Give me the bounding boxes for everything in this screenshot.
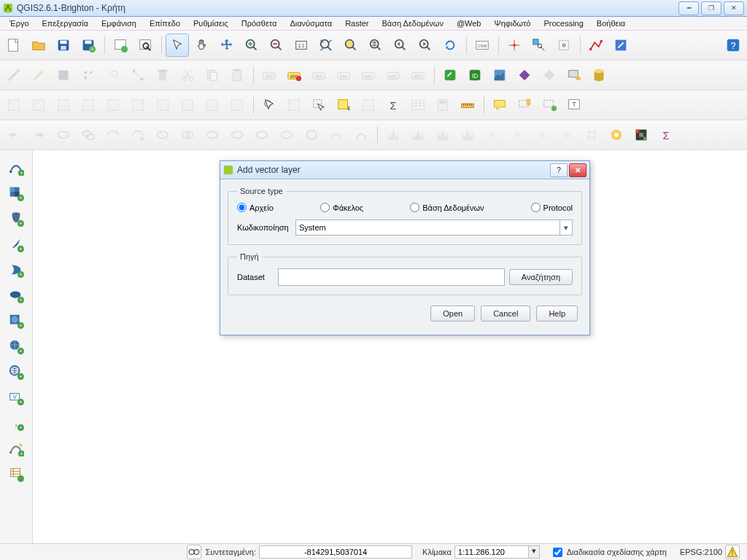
row3-1-icon[interactable] <box>2 93 26 117</box>
zoom-native-icon[interactable]: 1:1 <box>290 34 313 57</box>
digitizing-line-icon[interactable] <box>584 34 608 57</box>
menu-database[interactable]: Βάση Δεδομένων <box>376 18 450 29</box>
add-mssql-icon[interactable]: + <box>2 257 30 282</box>
label-highlight-icon[interactable]: abc <box>282 63 306 87</box>
open-button[interactable]: Open <box>430 306 475 322</box>
row3-2-icon[interactable] <box>27 93 50 117</box>
menu-project[interactable]: Έργο <box>3 18 36 29</box>
row3-7-icon[interactable] <box>151 93 174 117</box>
sun-1-icon[interactable] <box>481 123 504 147</box>
epsg-label[interactable]: EPSG:2100 <box>677 548 725 556</box>
expression-icon[interactable]: Σ <box>382 93 405 117</box>
select-by-expr-icon[interactable]: ε <box>332 93 355 117</box>
plugin-purple-icon[interactable] <box>513 63 536 87</box>
text-annotation-icon[interactable]: T <box>562 93 586 117</box>
pan-to-selection-icon[interactable] <box>215 34 239 57</box>
render-checkbox[interactable]: Διαδικασία σχεδίασης χάρτη <box>550 545 667 559</box>
menu-plugins[interactable]: Πρόσθετα <box>235 18 284 29</box>
scale-dropdown-icon[interactable]: ▾ <box>528 545 540 559</box>
help-icon[interactable]: ? <box>721 34 745 57</box>
add-csv-icon[interactable]: ,+ <box>2 411 30 435</box>
menu-layer[interactable]: Επίπεδο <box>143 18 187 29</box>
zoom-selection-icon[interactable] <box>339 34 363 57</box>
add-wms-icon[interactable]: + <box>2 308 30 333</box>
add-feature-icon[interactable] <box>77 63 100 87</box>
zoom-full-icon[interactable] <box>314 34 338 57</box>
save-project-icon[interactable] <box>52 34 75 57</box>
dataset-input[interactable] <box>278 268 505 286</box>
plugin-grey-icon[interactable] <box>538 63 561 87</box>
sun-4-icon[interactable] <box>555 123 578 147</box>
plugin-db-layer-icon[interactable] <box>562 63 586 87</box>
sigma-icon[interactable]: Σ <box>654 123 678 147</box>
new-shapefile-icon[interactable]: + <box>2 436 30 461</box>
maximize-button[interactable]: ❐ <box>701 1 721 15</box>
label-rotate-icon[interactable]: abc <box>382 63 405 87</box>
draw-line-icon[interactable] <box>2 63 26 87</box>
zoom-last-icon[interactable] <box>389 34 412 57</box>
browse-button[interactable]: Αναζήτηση <box>509 269 573 285</box>
georef-icon[interactable] <box>503 34 526 57</box>
label-move-icon[interactable]: abc <box>357 63 380 87</box>
hist-2-icon[interactable] <box>406 123 430 147</box>
cut-icon[interactable] <box>176 63 199 87</box>
hist-1-icon[interactable] <box>382 123 405 147</box>
save-as-icon[interactable]: + <box>77 34 100 57</box>
geom-5-icon[interactable] <box>151 123 174 147</box>
pencil-icon[interactable] <box>27 63 50 87</box>
delete-icon[interactable] <box>151 63 174 87</box>
digitize-icon[interactable] <box>527 34 551 57</box>
vector-edit-icon[interactable] <box>609 34 632 57</box>
radio-protocol[interactable]: Protocol <box>531 203 573 212</box>
redo-icon[interactable] <box>27 123 50 147</box>
geom-9-icon[interactable] <box>250 123 274 147</box>
dialog-help-button[interactable]: ? <box>550 163 568 177</box>
minimize-button[interactable]: ━ <box>678 1 699 15</box>
sun-3-icon[interactable] <box>530 123 554 147</box>
label-change-icon[interactable]: abc <box>406 63 430 87</box>
zoom-next-icon[interactable] <box>414 34 437 57</box>
deselect-icon[interactable] <box>357 93 380 117</box>
hist-4-icon[interactable] <box>456 123 479 147</box>
attrib-table-icon[interactable] <box>282 93 306 117</box>
new-gpkg-icon[interactable] <box>2 462 30 486</box>
encoding-select[interactable]: System ▾ <box>295 219 573 236</box>
open-project-icon[interactable] <box>27 34 50 57</box>
open-table-icon[interactable] <box>406 93 430 117</box>
add-vector-icon[interactable]: + <box>2 155 30 180</box>
pixel-grid-icon[interactable] <box>630 123 653 147</box>
add-wfs-icon[interactable]: + <box>2 359 30 384</box>
paste-icon[interactable] <box>225 63 249 87</box>
row3-3-icon[interactable] <box>52 93 75 117</box>
geom-7-icon[interactable] <box>201 123 224 147</box>
select-rect-icon[interactable] <box>307 93 330 117</box>
geom-3-icon[interactable] <box>101 123 125 147</box>
plugin-green-icon[interactable] <box>438 63 462 87</box>
measure-icon[interactable] <box>456 93 479 117</box>
identify-icon[interactable] <box>258 93 281 117</box>
pan-hand-icon[interactable] <box>190 34 214 57</box>
geom-10-icon[interactable] <box>275 123 298 147</box>
maptip-icon[interactable] <box>488 93 511 117</box>
composer-manager-icon[interactable] <box>133 34 157 57</box>
row3-6-icon[interactable] <box>126 93 150 117</box>
menubar[interactable]: Έργο Επεξεργασία Εμφάνιση Επίπεδο Ρυθμίσ… <box>0 17 747 31</box>
database-icon[interactable] <box>587 63 611 87</box>
add-spatialite-icon[interactable]: + <box>2 232 30 257</box>
row3-10-icon[interactable] <box>225 93 249 117</box>
undo-icon[interactable] <box>2 123 26 147</box>
geom-1-icon[interactable] <box>52 123 75 147</box>
sun-2-icon[interactable] <box>506 123 529 147</box>
status-toggle-icon[interactable] <box>187 545 201 559</box>
help-button[interactable]: Help <box>536 306 578 322</box>
add-delimited-icon[interactable]: V+ <box>2 385 30 410</box>
row3-5-icon[interactable] <box>101 93 125 117</box>
menu-settings[interactable]: Ρυθμίσεις <box>187 18 235 29</box>
coord-input[interactable] <box>259 545 412 559</box>
row3-4-icon[interactable] <box>77 93 100 117</box>
zoom-layer-icon[interactable] <box>364 34 387 57</box>
plugin-raster-icon[interactable] <box>488 63 511 87</box>
copy-icon[interactable] <box>201 63 224 87</box>
geom-6-icon[interactable] <box>176 123 199 147</box>
close-window-button[interactable]: ✕ <box>724 1 744 15</box>
